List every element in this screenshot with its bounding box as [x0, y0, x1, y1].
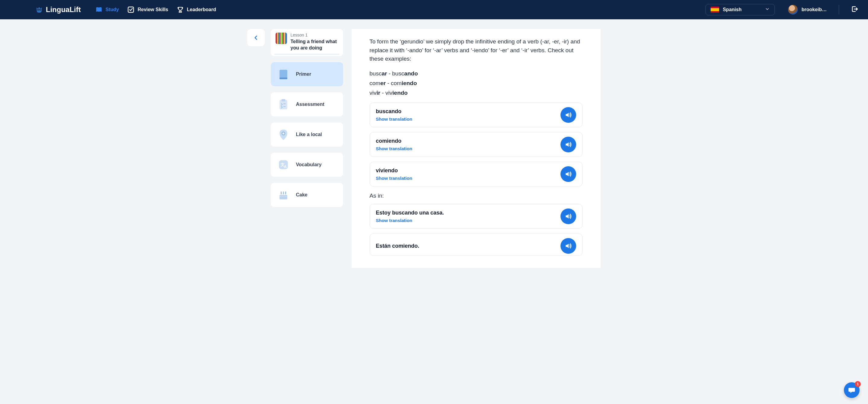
flag-spain-icon [711, 7, 719, 13]
speaker-icon [564, 242, 572, 250]
back-button[interactable] [247, 29, 265, 47]
sidebar-item-primer[interactable]: Primer [271, 62, 343, 86]
check-box-icon [127, 6, 134, 13]
intro-paragraph: To form the ‘gerundio’ we simply drop th… [370, 37, 583, 63]
speaker-icon [564, 170, 572, 178]
language-label: Spanish [723, 7, 761, 12]
nav-study[interactable]: Study [95, 6, 119, 13]
nav-review-label: Review Skills [137, 7, 168, 12]
username: brookeib… [801, 7, 827, 12]
example-line-1: buscar - buscando [370, 69, 583, 79]
play-audio-button[interactable] [560, 208, 576, 224]
lesson-thumbnail [276, 33, 287, 44]
play-audio-button[interactable] [560, 166, 576, 182]
sidebar-item-label: Vocabulary [296, 162, 322, 168]
show-translation-link[interactable]: Show translation [376, 116, 412, 122]
sentence-text: Están comiendo. [376, 243, 420, 249]
sentence-text: Estoy buscando una casa. [376, 210, 444, 216]
chevron-down-icon [765, 7, 770, 13]
show-translation-link[interactable]: Show translation [376, 146, 412, 151]
logout-button[interactable] [851, 5, 858, 14]
svg-rect-6 [279, 78, 287, 79]
svg-rect-5 [279, 70, 287, 79]
play-audio-button[interactable] [560, 238, 576, 254]
nav-leaderboard[interactable]: Leaderboard [177, 6, 216, 13]
example-line-2: comer - comiendo [370, 79, 583, 88]
brand-name: LinguaLift [46, 5, 81, 14]
app-header: LinguaLift Study Review Skills Leaderboa… [0, 0, 868, 19]
svg-rect-7 [279, 100, 287, 109]
lesson-sidebar: Lesson 1 Telling a friend what you are d… [199, 29, 343, 268]
vocab-word: buscando [376, 108, 412, 115]
brand-logo[interactable]: LinguaLift [36, 5, 81, 14]
lesson-title: Telling a friend what you are doing [291, 39, 338, 51]
sidebar-item-label: Cake [296, 192, 308, 198]
sidebar-item-assessment[interactable]: Assessment [271, 92, 343, 116]
sentence-card: Están comiendo. [370, 233, 583, 256]
clipboard-icon [277, 98, 290, 111]
speaker-icon [564, 212, 572, 220]
sidebar-item-like-a-local[interactable]: Like a local [271, 122, 343, 147]
owl-icon [36, 6, 43, 13]
language-selector[interactable]: Spanish [706, 4, 775, 16]
translate-icon: 文A [277, 158, 290, 171]
user-menu[interactable]: brookeib… [788, 5, 827, 15]
speaker-icon [564, 141, 572, 148]
vocab-word: viviendo [376, 168, 412, 174]
lesson-number: Lesson 1 [291, 33, 338, 37]
svg-text:A: A [284, 165, 286, 169]
svg-rect-8 [281, 99, 285, 101]
divider [839, 5, 839, 15]
book-closed-icon [277, 67, 290, 81]
sidebar-item-label: Like a local [296, 132, 322, 137]
example-line-3: vivir - viviendo [370, 88, 583, 98]
play-audio-button[interactable] [560, 137, 576, 152]
trophy-icon [177, 6, 184, 13]
show-translation-link[interactable]: Show translation [376, 176, 412, 181]
vocab-card: buscando Show translation [370, 103, 583, 127]
speaker-icon [564, 111, 572, 119]
lesson-card[interactable]: Lesson 1 Telling a friend what you are d… [271, 29, 343, 56]
as-in-heading: As in: [370, 193, 583, 199]
vocab-card: viviendo Show translation [370, 162, 583, 186]
vocab-card: comiendo Show translation [370, 132, 583, 157]
vocab-word: comiendo [376, 138, 412, 144]
sidebar-item-vocabulary[interactable]: 文A Vocabulary [271, 153, 343, 177]
svg-rect-16 [279, 195, 287, 199]
svg-point-12 [282, 133, 284, 134]
cake-icon [277, 188, 290, 202]
svg-point-2 [38, 9, 39, 10]
book-icon [95, 6, 102, 13]
nav-study-label: Study [105, 7, 119, 12]
nav-review[interactable]: Review Skills [127, 6, 168, 13]
chevron-left-icon [253, 35, 259, 41]
show-translation-link[interactable]: Show translation [376, 218, 444, 223]
svg-point-3 [40, 9, 41, 10]
sidebar-item-label: Assessment [296, 102, 324, 107]
play-audio-button[interactable] [560, 107, 576, 123]
nav-leaderboard-label: Leaderboard [187, 7, 216, 12]
lesson-progress [274, 54, 339, 55]
lesson-content: To form the ‘gerundio’ we simply drop th… [351, 29, 600, 268]
sidebar-item-label: Primer [296, 71, 311, 77]
map-pin-icon [277, 128, 290, 141]
sidebar-item-cake[interactable]: Cake [271, 183, 343, 207]
sentence-card: Estoy buscando una casa. Show translatio… [370, 204, 583, 229]
avatar [788, 5, 798, 15]
